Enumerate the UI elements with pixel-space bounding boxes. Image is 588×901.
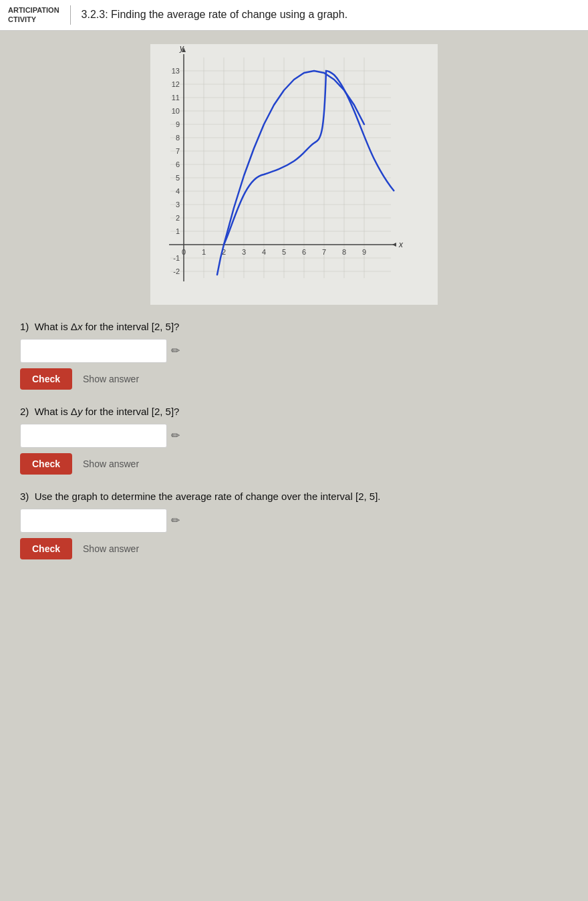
svg-text:1: 1 [202,248,206,256]
svg-text:5: 5 [176,174,180,182]
header-divider [70,5,71,25]
question-1-button-row: Check Show answer [20,368,568,390]
svg-text:9: 9 [362,248,366,256]
pencil-icon-3: ✏ [171,514,180,527]
svg-text:y: y [179,44,184,53]
page-header: ARTICIPATION CTIVITY 3.2.3: Finding the … [0,0,588,31]
svg-text:3: 3 [176,201,180,209]
function-graph-main: x y 0 1 2 3 4 5 6 7 8 9 13 12 11 10 9 [150,44,438,305]
question-3-block: 3) Use the graph to determine the averag… [20,491,568,559]
svg-text:8: 8 [176,134,180,142]
pencil-icon-2: ✏ [171,429,180,442]
question-1-input-row: ✏ [20,339,568,363]
question-1-block: 1) What is Δx for the interval [2, 5]? ✏… [20,321,568,390]
svg-text:-1: -1 [173,254,180,262]
question-1-show-answer[interactable]: Show answer [83,374,139,384]
svg-text:12: 12 [172,80,180,88]
svg-text:5: 5 [282,248,286,256]
svg-text:7: 7 [322,248,326,256]
activity-label: ARTICIPATION CTIVITY [8,5,59,25]
graph-container: 0 1 2 3 4 5 6 7 8 9 0 1 2 3 4 5 6 7 [20,44,568,305]
pencil-icon-1: ✏ [171,344,180,357]
question-3-show-answer[interactable]: Show answer [83,543,139,554]
question-3-button-row: Check Show answer [20,538,568,559]
question-2-text: 2) What is Δy for the interval [2, 5]? [20,406,568,417]
question-1-input[interactable] [20,339,167,363]
svg-text:6: 6 [302,248,306,256]
svg-text:x: x [398,240,404,249]
svg-text:7: 7 [176,147,180,155]
svg-rect-48 [150,44,438,305]
question-2-input-row: ✏ [20,424,568,448]
svg-text:9: 9 [176,120,180,128]
main-content: 0 1 2 3 4 5 6 7 8 9 0 1 2 3 4 5 6 7 [0,31,588,589]
question-2-block: 2) What is Δy for the interval [2, 5]? ✏… [20,406,568,475]
page-title: 3.2.3: Finding the average rate of chang… [82,5,348,25]
question-2-check-button[interactable]: Check [20,453,72,475]
svg-text:10: 10 [172,107,180,115]
question-2-button-row: Check Show answer [20,453,568,475]
question-2-show-answer[interactable]: Show answer [83,459,139,469]
question-1-check-button[interactable]: Check [20,368,72,390]
svg-text:11: 11 [172,94,180,102]
question-3-input[interactable] [20,509,167,533]
question-3-text: 3) Use the graph to determine the averag… [20,491,568,502]
svg-text:13: 13 [172,67,180,75]
svg-text:3: 3 [242,248,246,256]
question-1-text: 1) What is Δx for the interval [2, 5]? [20,321,568,332]
svg-text:4: 4 [176,187,180,195]
svg-text:2: 2 [176,214,180,222]
question-3-check-button[interactable]: Check [20,538,72,559]
svg-text:4: 4 [262,248,266,256]
question-3-input-row: ✏ [20,509,568,533]
svg-text:8: 8 [342,248,346,256]
svg-text:0: 0 [182,248,186,256]
question-2-input[interactable] [20,424,167,448]
svg-text:-2: -2 [173,267,180,275]
svg-text:1: 1 [176,227,180,235]
svg-text:6: 6 [176,160,180,168]
